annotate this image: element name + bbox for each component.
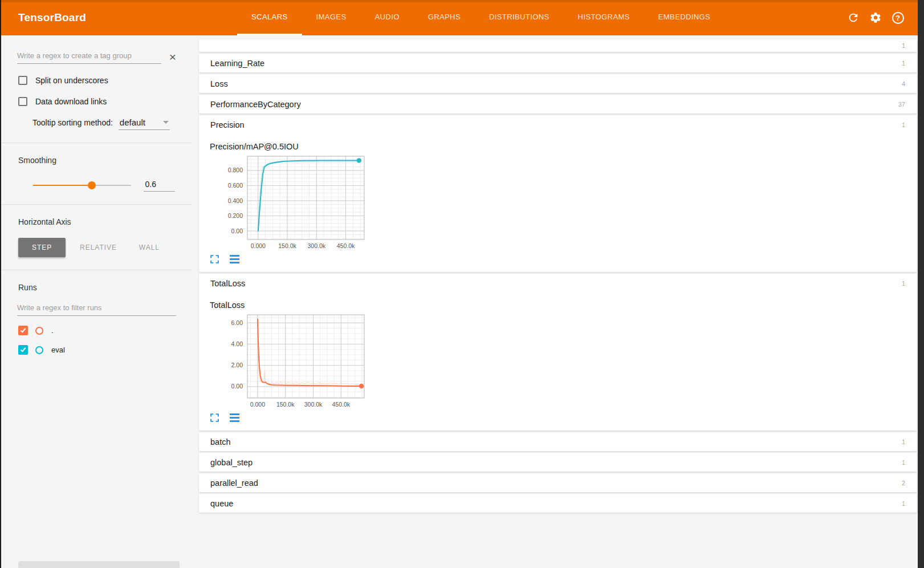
svg-text:0.00: 0.00 [231, 383, 243, 390]
section-header-parallel-read[interactable]: parallel_read 2 [199, 473, 917, 492]
tab-graphs[interactable]: GRAPHS [414, 0, 475, 35]
divider [0, 143, 192, 143]
sidebar: Write a regex to create a tag group × Sp… [0, 35, 192, 568]
run-row-dot[interactable]: . [18, 326, 192, 335]
refresh-icon[interactable] [846, 11, 860, 25]
tag-group-card: batch 1 [199, 432, 917, 451]
svg-text:0.200: 0.200 [228, 212, 243, 219]
tab-histograms[interactable]: HISTOGRAMS [564, 0, 644, 35]
section-header-queue[interactable]: queue 1 [199, 494, 917, 513]
checkbox-icon [18, 97, 27, 106]
run-checkbox[interactable] [18, 345, 28, 355]
svg-text:450.0k: 450.0k [332, 401, 351, 408]
svg-text:150.0k: 150.0k [276, 401, 295, 408]
tag-group-card: PerformanceByCategory 37 [199, 95, 917, 113]
run-row-eval[interactable]: eval [18, 345, 192, 355]
tag-group-card: global_step 1 [199, 453, 917, 472]
section-header-batch[interactable]: batch 1 [199, 432, 917, 451]
expand-chart-icon[interactable] [230, 413, 239, 423]
tab-distributions[interactable]: DISTRIBUTIONS [475, 0, 564, 35]
main-content: 1 Learning_Rate 1 Loss 4 PerformanceByCa… [192, 35, 924, 568]
data-download-links-label: Data download links [35, 97, 107, 106]
tag-group-card: queue 1 [199, 494, 917, 513]
help-icon[interactable]: ? [891, 11, 905, 25]
svg-text:0.000: 0.000 [250, 401, 265, 408]
runs-filter-input[interactable]: Write a regex to filter runs [17, 301, 176, 316]
runs-label: Runs [18, 283, 192, 292]
precision-map-chart[interactable]: 0.000150.0k300.0k450.0k0.000.2000.4000.6… [200, 153, 371, 250]
settings-gear-icon[interactable] [869, 11, 882, 25]
divider [0, 204, 192, 205]
tag-count-badge: 1 [902, 121, 905, 128]
fullscreen-icon[interactable] [210, 254, 219, 264]
smoothing-value-input[interactable]: 0.6 [144, 178, 175, 192]
tag-group-card: parallel_read 2 [199, 473, 917, 492]
tag-count-badge: 1 [902, 459, 905, 466]
main-tabs: SCALARS IMAGES AUDIO GRAPHS DISTRIBUTION… [237, 0, 724, 35]
wall-axis-button[interactable]: WALL [131, 238, 168, 257]
tag-group-card: TotalLoss 1 TotalLoss 0.000150.0k300.0k4… [199, 274, 917, 431]
expand-chart-icon[interactable] [230, 255, 239, 264]
tooltip-sorting-dropdown[interactable]: default [119, 117, 170, 130]
svg-text:300.0k: 300.0k [304, 401, 323, 408]
data-download-links-checkbox[interactable]: Data download links [18, 97, 192, 106]
chart-title: Precision/mAP@0.5IOU [210, 140, 382, 151]
tab-images[interactable]: IMAGES [302, 0, 361, 35]
tag-count-badge: 1 [902, 280, 905, 287]
run-radio-icon[interactable] [35, 346, 43, 354]
tag-count-badge: 4 [902, 80, 905, 87]
section-header-performance-by-category[interactable]: PerformanceByCategory 37 [199, 95, 917, 113]
svg-text:0.400: 0.400 [228, 197, 243, 204]
run-radio-icon[interactable] [35, 327, 43, 335]
svg-text:4.00: 4.00 [231, 340, 243, 347]
smoothing-slider[interactable] [33, 181, 131, 189]
tag-group-card: 1 [199, 39, 917, 52]
svg-text:0.000: 0.000 [251, 242, 266, 249]
tag-count-badge: 1 [902, 439, 905, 445]
close-icon[interactable]: × [169, 51, 176, 63]
section-header-learning-rate[interactable]: Learning_Rate 1 [199, 54, 917, 72]
tooltip-sorting-label: Tooltip sorting method: [32, 118, 113, 127]
toggle-all-runs-button[interactable] [18, 561, 180, 568]
tooltip-sorting-value: default [120, 117, 145, 127]
app-header: TensorBoard SCALARS IMAGES AUDIO GRAPHS … [0, 0, 924, 35]
section-header-precision[interactable]: Precision 1 [199, 115, 917, 134]
tag-count-badge: 1 [902, 42, 905, 49]
run-name: eval [51, 346, 65, 354]
chart-title: TotalLoss [210, 298, 382, 310]
svg-text:150.0k: 150.0k [278, 242, 296, 249]
step-axis-button[interactable]: STEP [18, 238, 66, 257]
section-header-loss[interactable]: Loss 4 [199, 74, 917, 93]
checkbox-icon [18, 76, 27, 85]
svg-text:300.0k: 300.0k [308, 242, 326, 249]
tag-group-card: Precision 1 Precision/mAP@0.5IOU 0.00015… [199, 115, 917, 272]
tab-audio[interactable]: AUDIO [361, 0, 414, 35]
fullscreen-icon[interactable] [210, 413, 219, 423]
section-header-unnamed[interactable]: 1 [199, 39, 917, 52]
tag-count-badge: 37 [898, 101, 905, 108]
chevron-down-icon [163, 121, 169, 124]
split-underscores-label: Split on underscores [35, 76, 108, 85]
tag-regex-input[interactable]: Write a regex to create a tag group [17, 49, 161, 64]
svg-text:0.800: 0.800 [228, 167, 243, 173]
section-header-total-loss[interactable]: TotalLoss 1 [199, 274, 917, 293]
run-name: . [51, 326, 54, 335]
divider [0, 270, 192, 270]
chart-card: TotalLoss 0.000150.0k300.0k450.0k0.002.0… [200, 298, 382, 423]
tag-group-card: Learning_Rate 1 [199, 54, 917, 72]
run-checkbox[interactable] [18, 326, 28, 335]
tab-embeddings[interactable]: EMBEDDINGS [644, 0, 724, 35]
svg-text:0.600: 0.600 [228, 182, 243, 189]
smoothing-slider-thumb[interactable] [88, 181, 96, 189]
relative-axis-button[interactable]: RELATIVE [72, 238, 125, 257]
svg-text:2.00: 2.00 [231, 362, 243, 368]
svg-text:0.00: 0.00 [231, 228, 243, 234]
page-scrollbar[interactable] [918, 0, 924, 568]
app-title: TensorBoard [18, 11, 86, 24]
horizontal-axis-label: Horizontal Axis [18, 217, 192, 226]
section-header-global-step[interactable]: global_step 1 [199, 453, 917, 472]
total-loss-chart[interactable]: 0.000150.0k300.0k450.0k0.002.004.006.00 [200, 312, 371, 409]
svg-text:450.0k: 450.0k [337, 242, 355, 249]
tab-scalars[interactable]: SCALARS [237, 0, 302, 35]
split-underscores-checkbox[interactable]: Split on underscores [18, 76, 192, 85]
